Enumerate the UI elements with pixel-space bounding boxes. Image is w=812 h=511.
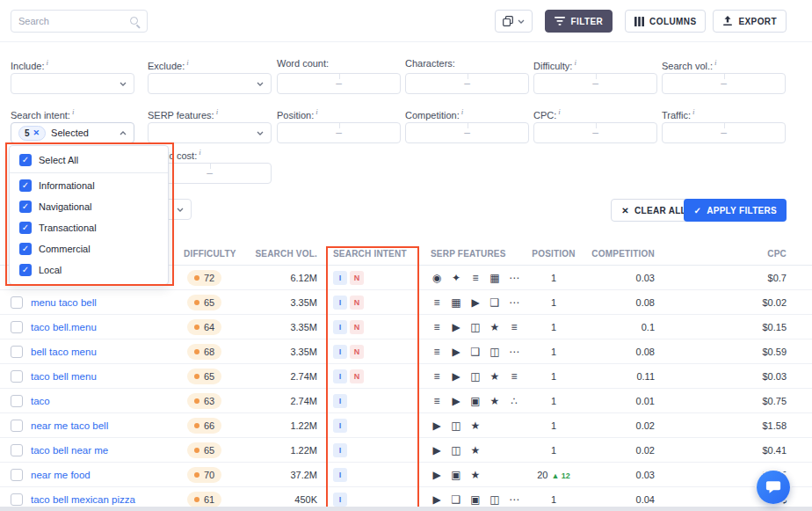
search-intent-cell: IN [321,369,422,383]
difficulty-cell: 63 [180,393,233,409]
bottom-scrollbar-track[interactable] [0,507,812,511]
serp-features-cell: ≡▶▣★∴ [422,395,527,407]
search-volume-input[interactable]: – [662,73,786,94]
competition-cell: 0.04 [580,494,668,505]
keyword-cell: taco bell menu [0,370,180,383]
column-header-difficulty[interactable]: DIFFICULTY [180,249,233,259]
competition-input[interactable]: – [405,122,529,143]
difficulty-badge: 65 [187,295,221,310]
search-box[interactable] [11,10,148,33]
selected-text: Selected [51,128,114,138]
chevron-down-icon [177,208,184,212]
search-intent-select[interactable]: 5✕ Selected [11,122,134,143]
competition-cell: 0.08 [580,297,668,308]
keyword-link[interactable]: taco bell menu [31,371,97,382]
word-count-input[interactable]: – [277,73,401,94]
keyword-link[interactable]: near me taco bell [31,420,108,431]
keyword-link[interactable]: taco bell.menu [31,322,97,332]
column-header-serp-features[interactable]: SERP FEATURES [422,249,527,259]
columns-icon [634,17,644,26]
position-input[interactable]: – [277,122,401,143]
checkbox-checked-icon[interactable] [19,264,32,276]
keyword-link[interactable]: bell taco menu [31,347,97,357]
intent-badge-I: I [333,345,347,359]
cpc-cell: $0.59 [668,347,812,357]
serp-features-select[interactable] [148,122,272,143]
checkbox-checked-icon[interactable] [19,154,32,166]
checkbox-checked-icon[interactable] [19,179,32,192]
checkbox-checked-icon[interactable] [19,222,32,234]
search-input[interactable] [11,16,129,26]
dropdown-item-navigational[interactable]: Navigational [10,196,168,217]
star-icon: ★ [489,370,501,383]
row-checkbox[interactable] [11,444,23,456]
chat-widget-button[interactable] [757,471,790,504]
images-icon: ▦ [489,272,501,284]
difficulty-input[interactable]: – [533,73,657,94]
checkbox-checked-icon[interactable] [19,243,32,255]
dropdown-item-local[interactable]: Local [10,259,168,281]
table-row: menu taco bell653.35MIN≡▦▶❑⋯10.08$0.02 [0,290,812,315]
row-checkbox[interactable] [11,346,23,358]
dropdown-item-informational[interactable]: Informational [10,175,168,196]
keyword-link[interactable]: taco bell mexican pizza [31,494,135,505]
row-checkbox[interactable] [11,420,23,432]
row-checkbox[interactable] [11,296,23,309]
range-divider [468,123,468,128]
search-intent-cell: I [321,468,422,482]
remove-selection-icon[interactable]: ✕ [33,128,40,137]
list-icon: ≡ [431,370,443,383]
traffic-input[interactable]: – [662,122,786,143]
close-icon: ✕ [621,206,629,215]
video-icon: ▶ [431,444,443,456]
dropdown-item-commercial[interactable]: Commercial [10,238,168,259]
search-volume-cell: 6.12M [233,273,321,283]
star-icon: ★ [489,395,501,407]
search-intent-dropdown: Select All Informational Navigational Tr… [9,145,169,285]
photo-icon: ❑ [469,346,482,358]
dropdown-item-transactional[interactable]: Transactional [10,217,168,238]
serp-features-cell: ◉✦≡▦⋯ [422,272,527,284]
keyword-link[interactable]: taco bell near me [31,445,108,456]
columns-button[interactable]: COLUMNS [625,10,706,33]
star-icon: ★ [469,444,482,456]
cpc-cell: $ [668,494,812,505]
row-checkbox[interactable] [11,395,23,407]
star-icon: ★ [469,420,482,432]
view-mode-button[interactable] [495,10,533,33]
column-header-search-volume[interactable]: SEARCH VOL. [233,249,321,259]
row-checkbox[interactable] [11,469,23,481]
keyword-link[interactable]: near me food [31,470,91,480]
cpc-input[interactable]: – [533,122,657,143]
row-checkbox[interactable] [11,321,23,333]
column-header-position[interactable]: POSITION [527,249,580,259]
video-icon: ▶ [469,296,482,309]
monitor-icon: ▣ [469,395,482,407]
column-header-search-intent[interactable]: SEARCH INTENT [321,249,422,259]
list-icon: ≡ [508,370,520,383]
video-icon: ▶ [450,346,462,358]
keyword-link[interactable]: taco [31,396,50,406]
row-checkbox[interactable] [11,370,23,383]
position-cell: 1 [527,322,580,332]
checkbox-checked-icon[interactable] [19,201,32,213]
list-icon: ≡ [431,321,443,333]
row-checkbox[interactable] [11,493,23,506]
search-volume-cell: 2.74M [233,371,321,382]
export-button[interactable]: EXPORT [713,10,787,33]
characters-input[interactable]: – [405,73,529,94]
include-select[interactable] [11,73,134,94]
chevron-down-icon [257,82,264,86]
export-button-label: EXPORT [738,17,777,26]
apply-filters-button[interactable]: ✓ APPLY FILTERS [684,199,787,222]
range-divider [596,74,597,79]
column-header-competition[interactable]: COMPETITION [580,249,668,259]
filter-search-intent: Search intent: 5✕ Selected [11,107,134,120]
dropdown-item-select-all[interactable]: Select All [10,150,168,171]
column-header-cpc[interactable]: CPC [668,249,812,259]
keyword-link[interactable]: menu taco bell [31,297,97,308]
filter-button[interactable]: FILTER [545,10,613,33]
exclude-select[interactable] [148,73,272,94]
filter-label: Position: [277,107,401,120]
info-icon [45,61,49,71]
